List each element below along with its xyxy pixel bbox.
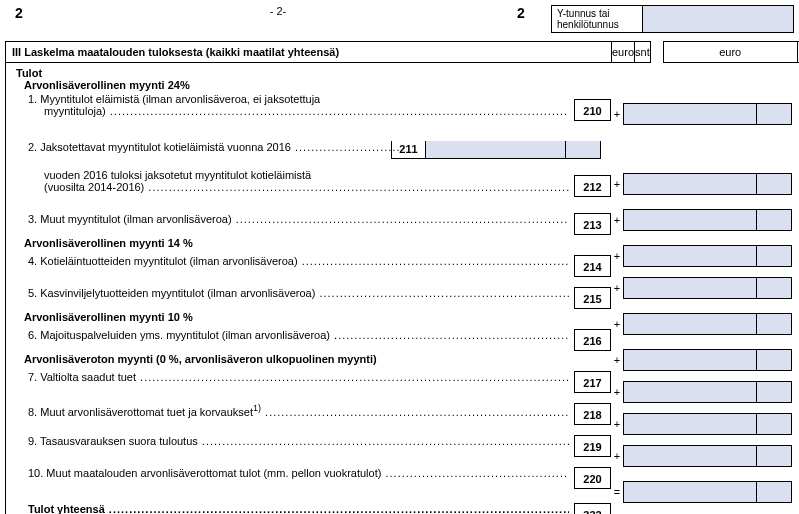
heading-alv10: Arvonlisäverollinen myynti 10 %: [16, 311, 611, 323]
amount-332: =: [611, 481, 794, 503]
input-218-snt[interactable]: [757, 381, 792, 403]
code-332: 332: [574, 503, 611, 514]
op-214: +: [611, 250, 623, 262]
input-211-snt[interactable]: [566, 141, 601, 159]
row4-text: 4. Kotieläintuotteiden myyntitulot (ilma…: [28, 255, 298, 267]
right-column: + + + + + +: [611, 63, 794, 514]
row8-text: 8. Muut arvonlisäverottomat tuet ja korv…: [28, 406, 253, 418]
code-217: 217: [574, 371, 611, 393]
input-220-euro[interactable]: [623, 445, 757, 467]
amount-216: +: [611, 313, 794, 335]
left-column: Tulot Arvonlisäverollinen myynti 24% 1. …: [5, 63, 611, 514]
input-220-snt[interactable]: [757, 445, 792, 467]
id-input[interactable]: [643, 5, 794, 33]
code-213: 213: [574, 213, 611, 235]
input-219-euro[interactable]: [623, 413, 757, 435]
input-216-snt[interactable]: [757, 313, 792, 335]
code-211: 211: [391, 141, 426, 159]
row8-sup: 1): [253, 403, 261, 413]
row10-text: 10. Muut maatalouden arvonlisäverottomat…: [28, 467, 381, 479]
page-header: 2 - 2- 2 Y-tunnus tai henkilötunnus: [5, 5, 794, 33]
op-219: +: [611, 418, 623, 430]
code-210: 210: [574, 99, 611, 121]
input-210-snt[interactable]: [757, 103, 792, 125]
row2-text: 2. Jaksotettavat myyntitulot kotieläimis…: [28, 141, 291, 153]
code-212: 212: [574, 175, 611, 197]
heading-tulot: Tulot: [16, 67, 611, 79]
input-214-snt[interactable]: [757, 245, 792, 267]
id-label: Y-tunnus tai henkilötunnus: [551, 5, 643, 33]
amount-212: +: [611, 173, 794, 195]
heading-alv14: Arvonlisäverollinen myynti 14 %: [16, 237, 611, 249]
input-210-euro[interactable]: [623, 103, 757, 125]
op-216: +: [611, 318, 623, 330]
input-213-euro[interactable]: [623, 209, 757, 231]
row6-text: 6. Majoituspalveluiden yms. myyntitulot …: [28, 329, 330, 341]
input-215-euro[interactable]: [623, 277, 757, 299]
amount-214: +: [611, 245, 794, 267]
row9-text: 9. Tasausvarauksen suora tuloutus: [28, 435, 198, 447]
section-title: III Laskelma maatalouden tuloksesta (kai…: [5, 41, 611, 63]
op-215: +: [611, 282, 623, 294]
row7-text: 7. Valtiolta saadut tuet: [28, 371, 136, 383]
code-214: 214: [574, 255, 611, 277]
id-box: Y-tunnus tai henkilötunnus: [551, 5, 794, 33]
input-219-snt[interactable]: [757, 413, 792, 435]
amount-219: +: [611, 413, 794, 435]
input-215-snt[interactable]: [757, 277, 792, 299]
heading-alv24: Arvonlisäverollinen myynti 24%: [16, 79, 611, 91]
op-220: +: [611, 450, 623, 462]
input-332-snt[interactable]: [757, 481, 792, 503]
row2b-text1: vuoden 2016 tuloksi jaksotetut myyntitul…: [16, 169, 569, 181]
input-218-euro[interactable]: [623, 381, 757, 403]
section-header: III Laskelma maatalouden tuloksesta (kai…: [5, 41, 794, 63]
row2b-text2: (vuosilta 2014-2016): [44, 181, 144, 193]
row1-text1: 1. Myyntitulot eläimistä (ilman arvonlis…: [16, 93, 569, 105]
op-213: +: [611, 214, 623, 226]
amount-217: +: [611, 349, 794, 371]
op-332: =: [611, 486, 623, 498]
row1-text2: myyntituloja): [44, 105, 106, 117]
input-332-euro[interactable]: [623, 481, 757, 503]
amount-215: +: [611, 277, 794, 299]
op-212: +: [611, 178, 623, 190]
code-215: 215: [574, 287, 611, 309]
row3-text: 3. Muut myyntitulot (ilman arvonlisävero…: [28, 213, 232, 225]
op-210: +: [611, 108, 623, 120]
form-body: Tulot Arvonlisäverollinen myynti 24% 1. …: [5, 63, 794, 514]
op-217: +: [611, 354, 623, 366]
code-216: 216: [574, 329, 611, 351]
input-217-euro[interactable]: [623, 349, 757, 371]
form-number-right: 2: [491, 5, 551, 21]
amount-218: +: [611, 381, 794, 403]
amount-210: +: [611, 103, 794, 125]
box-211: 211: [391, 141, 601, 159]
op-218: +: [611, 386, 623, 398]
input-217-snt[interactable]: [757, 349, 792, 371]
total-text: Tulot yhteensä: [28, 503, 105, 514]
page-indicator: - 2-: [65, 5, 491, 17]
input-212-euro[interactable]: [623, 173, 757, 195]
input-216-euro[interactable]: [623, 313, 757, 335]
input-212-snt[interactable]: [757, 173, 792, 195]
code-218: 218: [574, 403, 611, 425]
form-number-left: 2: [5, 5, 65, 21]
code-219: 219: [574, 435, 611, 457]
col-snt-1: snt: [634, 41, 651, 63]
input-214-euro[interactable]: [623, 245, 757, 267]
input-211-euro[interactable]: [426, 141, 566, 159]
col-euro-1: euro: [611, 41, 634, 63]
code-220: 220: [574, 467, 611, 489]
heading-alv0: Arvonlisäveroton myynti (0 %, arvonlisäv…: [16, 353, 611, 365]
row5-text: 5. Kasvinviljelytuotteiden myyntitulot (…: [28, 287, 315, 299]
amount-213: +: [611, 209, 794, 231]
amount-220: +: [611, 445, 794, 467]
col-euro-2: euro: [663, 41, 797, 63]
input-213-snt[interactable]: [757, 209, 792, 231]
